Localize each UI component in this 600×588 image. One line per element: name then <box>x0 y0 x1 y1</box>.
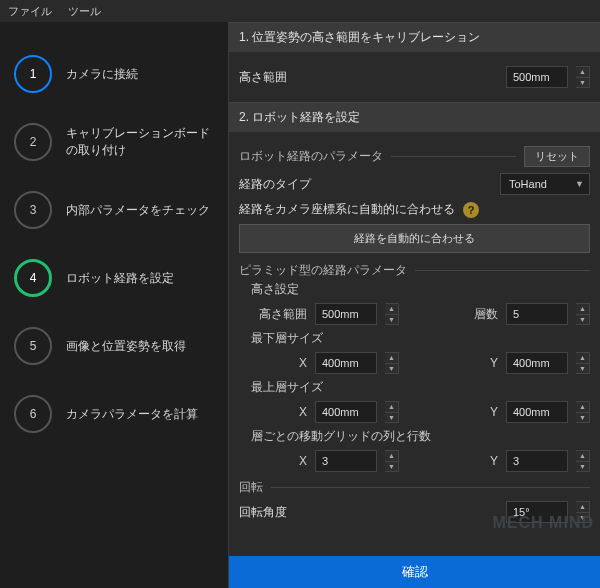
chevron-up-icon[interactable]: ▲ <box>385 353 398 364</box>
chevron-up-icon[interactable]: ▲ <box>385 304 398 315</box>
auto-fit-button[interactable]: 経路を自動的に合わせる <box>239 224 590 253</box>
auto-fit-label: 経路をカメラ座標系に自動的に合わせる <box>239 201 455 218</box>
step-3[interactable]: 3 内部パラメータをチェック <box>14 176 218 244</box>
top-size-label: 最上層サイズ <box>251 380 590 395</box>
rotation-angle-label: 回転角度 <box>239 504 287 521</box>
step-1[interactable]: 1 カメラに接続 <box>14 40 218 108</box>
bottom-y-label: Y <box>482 356 498 370</box>
grid-y-spinner[interactable]: ▲▼ <box>576 450 590 472</box>
step-4-circle: 4 <box>14 259 52 297</box>
chevron-up-icon[interactable]: ▲ <box>576 451 589 462</box>
chevron-down-icon[interactable]: ▼ <box>385 315 398 325</box>
confirm-button[interactable]: 確認 <box>229 556 600 588</box>
section-1-header: 1. 位置姿勢の高さ範囲をキャリブレーション <box>229 22 600 52</box>
step-4[interactable]: 4 ロボット経路を設定 <box>14 244 218 312</box>
menu-tools[interactable]: ツール <box>68 4 101 19</box>
reset-button[interactable]: リセット <box>524 146 590 167</box>
top-x-spinner[interactable]: ▲▼ <box>385 401 399 423</box>
chevron-up-icon[interactable]: ▲ <box>576 304 589 315</box>
grid-x-spinner[interactable]: ▲▼ <box>385 450 399 472</box>
top-y-input[interactable] <box>506 401 568 423</box>
grid-y-input[interactable] <box>506 450 568 472</box>
content: 1 カメラに接続 2 キャリブレーションボードの取り付け 3 内部パラメータをチ… <box>0 22 600 588</box>
grid-label: 層ごとの移動グリッドの列と行数 <box>251 429 590 444</box>
step-6-label: カメラパラメータを計算 <box>66 406 198 423</box>
step-5-circle: 5 <box>14 327 52 365</box>
chevron-down-icon[interactable]: ▼ <box>576 413 589 423</box>
height-range-label: 高さ範囲 <box>239 69 287 86</box>
chevron-up-icon[interactable]: ▲ <box>385 451 398 462</box>
layers-input[interactable] <box>506 303 568 325</box>
chevron-down-icon[interactable]: ▼ <box>385 462 398 472</box>
top-x-input[interactable] <box>315 401 377 423</box>
layers-spinner[interactable]: ▲▼ <box>576 303 590 325</box>
top-x-label: X <box>251 405 307 419</box>
chevron-down-icon[interactable]: ▼ <box>576 315 589 325</box>
height-range-spinner[interactable]: ▲▼ <box>576 66 590 88</box>
chevron-down-icon[interactable]: ▼ <box>576 462 589 472</box>
route-params-group-label: ロボット経路のパラメータ <box>239 149 383 164</box>
help-icon[interactable]: ? <box>463 202 479 218</box>
step-5[interactable]: 5 画像と位置姿勢を取得 <box>14 312 218 380</box>
step-3-label: 内部パラメータをチェック <box>66 202 210 219</box>
menu-file[interactable]: ファイル <box>8 4 52 19</box>
step-6[interactable]: 6 カメラパラメータを計算 <box>14 380 218 448</box>
step-2-circle: 2 <box>14 123 52 161</box>
rotation-angle-spinner[interactable]: ▲▼ <box>576 501 590 523</box>
chevron-up-icon[interactable]: ▲ <box>385 402 398 413</box>
chevron-down-icon[interactable]: ▼ <box>576 78 589 88</box>
chevron-down-icon[interactable]: ▼ <box>385 413 398 423</box>
height-range-input[interactable] <box>506 66 568 88</box>
pyr-height-range-input[interactable] <box>315 303 377 325</box>
bottom-x-spinner[interactable]: ▲▼ <box>385 352 399 374</box>
grid-y-label: Y <box>482 454 498 468</box>
step-5-label: 画像と位置姿勢を取得 <box>66 338 186 355</box>
chevron-up-icon[interactable]: ▲ <box>576 67 589 78</box>
chevron-up-icon[interactable]: ▲ <box>576 353 589 364</box>
step-6-circle: 6 <box>14 395 52 433</box>
step-1-circle: 1 <box>14 55 52 93</box>
rotation-angle-input[interactable] <box>506 501 568 523</box>
sidebar: 1 カメラに接続 2 キャリブレーションボードの取り付け 3 内部パラメータをチ… <box>0 22 228 588</box>
bottom-size-label: 最下層サイズ <box>251 331 590 346</box>
step-2-label: キャリブレーションボードの取り付け <box>66 125 218 159</box>
bottom-x-input[interactable] <box>315 352 377 374</box>
main-panel: 1. 位置姿勢の高さ範囲をキャリブレーション 高さ範囲 ▲▼ 2. ロボット経路… <box>228 22 600 588</box>
pyr-height-range-label: 高さ範囲 <box>251 306 307 323</box>
rotation-group-label: 回転 <box>239 480 263 495</box>
route-type-label: 経路のタイプ <box>239 176 311 193</box>
bottom-x-label: X <box>251 356 307 370</box>
pyr-height-range-spinner[interactable]: ▲▼ <box>385 303 399 325</box>
grid-x-input[interactable] <box>315 450 377 472</box>
section-2-header: 2. ロボット経路を設定 <box>229 102 600 132</box>
bottom-y-input[interactable] <box>506 352 568 374</box>
step-1-label: カメラに接続 <box>66 66 138 83</box>
chevron-up-icon[interactable]: ▲ <box>576 502 589 513</box>
top-y-label: Y <box>482 405 498 419</box>
chevron-down-icon[interactable]: ▼ <box>576 513 589 523</box>
step-4-label: ロボット経路を設定 <box>66 270 174 287</box>
menubar: ファイル ツール <box>0 0 600 22</box>
layers-label: 層数 <box>466 306 498 323</box>
route-type-select[interactable]: ToHand <box>500 173 590 195</box>
bottom-y-spinner[interactable]: ▲▼ <box>576 352 590 374</box>
grid-x-label: X <box>251 454 307 468</box>
step-3-circle: 3 <box>14 191 52 229</box>
chevron-down-icon[interactable]: ▼ <box>385 364 398 374</box>
top-y-spinner[interactable]: ▲▼ <box>576 401 590 423</box>
height-setting-label: 高さ設定 <box>251 282 590 297</box>
step-2[interactable]: 2 キャリブレーションボードの取り付け <box>14 108 218 176</box>
chevron-up-icon[interactable]: ▲ <box>576 402 589 413</box>
pyramid-group-label: ピラミッド型の経路パラメータ <box>239 263 407 278</box>
chevron-down-icon[interactable]: ▼ <box>576 364 589 374</box>
